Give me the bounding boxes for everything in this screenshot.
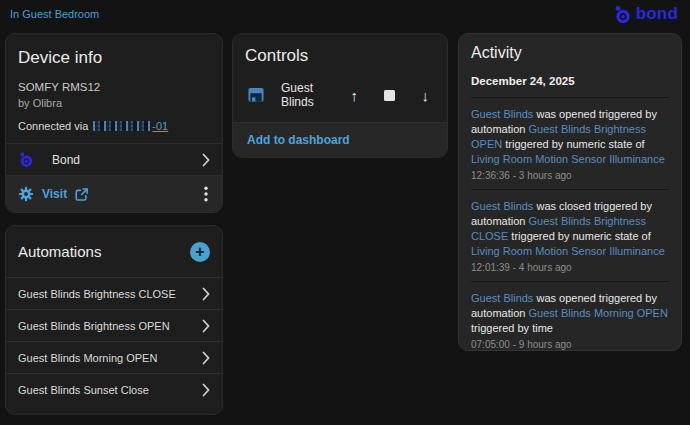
activity-entity-link[interactable]: Guest Blinds xyxy=(471,292,533,304)
bond-row-label: Bond xyxy=(52,153,80,167)
automation-label: Guest Blinds Brightness CLOSE xyxy=(18,288,176,300)
brand-name: bond xyxy=(636,4,678,24)
automations-title: Automations xyxy=(18,243,101,260)
activity-entity-link[interactable]: Living Room Motion Sensor Illuminance xyxy=(471,153,665,165)
controls-card: Controls Guest Blinds ↑ ↓ Add to dashboa… xyxy=(232,33,448,158)
control-device-label: Guest Blinds xyxy=(281,81,343,109)
activity-timestamp: 12:36:36 - 3 hours ago xyxy=(471,170,669,181)
activity-entity-link[interactable]: Guest Blinds Morning OPEN xyxy=(528,307,667,319)
connected-via-link[interactable]: -01 xyxy=(152,120,168,132)
chevron-right-icon xyxy=(202,287,210,301)
automation-label: Guest Blinds Morning OPEN xyxy=(18,352,157,364)
gear-icon[interactable] xyxy=(18,186,34,202)
automations-card: Automations + Guest Blinds Brightness CL… xyxy=(5,225,223,415)
arrow-up-icon: ↑ xyxy=(351,87,359,104)
visit-row: Visit xyxy=(6,175,222,212)
automations-header: Automations + xyxy=(6,226,222,277)
device-info-card: Device info SOMFY RMS12 by Olibra Connec… xyxy=(5,33,223,213)
automation-label: Guest Blinds Brightness OPEN xyxy=(18,320,170,332)
activity-entry-text: Guest Blinds was opened triggered by aut… xyxy=(471,291,669,336)
activity-card: Activity December 24, 2025 Guest Blinds … xyxy=(458,33,682,351)
automation-row[interactable]: Guest Blinds Brightness CLOSE xyxy=(6,277,222,309)
add-to-dashboard-row[interactable]: Add to dashboard xyxy=(233,122,447,157)
activity-timestamp: 12:01:39 - 4 hours ago xyxy=(471,262,669,273)
activity-entry-phrase: triggered by time xyxy=(471,322,553,334)
chevron-right-icon xyxy=(202,383,210,397)
connected-via-label: Connected via xyxy=(18,120,88,132)
activity-entry: Guest Blinds was closed triggered by aut… xyxy=(471,189,669,281)
device-manufacturer: by Olibra xyxy=(18,97,210,109)
activity-entry-text: Guest Blinds was closed triggered by aut… xyxy=(471,199,669,259)
automation-row[interactable]: Guest Blinds Morning OPEN xyxy=(6,341,222,373)
blinds-icon xyxy=(247,86,265,104)
arrow-down-icon: ↓ xyxy=(422,87,430,104)
visit-link[interactable]: Visit xyxy=(42,187,67,201)
top-bar: In Guest Bedroom bond xyxy=(0,0,690,28)
automation-row[interactable]: Guest Blinds Sunset Close xyxy=(6,373,222,405)
open-blinds-button[interactable]: ↑ xyxy=(343,81,367,109)
device-info-top: Device info SOMFY RMS12 by Olibra Connec… xyxy=(6,34,222,143)
activity-date: December 24, 2025 xyxy=(471,75,669,87)
kebab-menu-icon[interactable] xyxy=(202,184,210,204)
control-row: Guest Blinds ↑ ↓ xyxy=(233,78,447,112)
controls-title: Controls xyxy=(245,46,435,66)
bond-bridge-row[interactable]: Bond xyxy=(6,143,222,175)
add-to-dashboard-link: Add to dashboard xyxy=(247,133,350,147)
connected-via-row: Connected via -01 xyxy=(18,120,210,132)
activity-title: Activity xyxy=(471,34,669,62)
activity-entry: Guest Blinds was opened triggered by aut… xyxy=(471,97,669,189)
activity-entity-link[interactable]: Guest Blinds xyxy=(471,108,533,120)
activity-entry: Guest Blinds was opened triggered by aut… xyxy=(471,281,669,358)
external-link-icon[interactable] xyxy=(74,187,89,202)
device-info-title: Device info xyxy=(18,48,210,68)
plus-icon: + xyxy=(195,244,204,260)
connected-via-redacted-value xyxy=(93,121,151,131)
device-name: SOMFY RMS12 xyxy=(18,81,210,93)
bond-logo-icon xyxy=(613,5,632,24)
activity-entity-link[interactable]: Guest Blinds xyxy=(471,200,533,212)
brand-logo[interactable]: bond xyxy=(613,4,682,24)
breadcrumb[interactable]: In Guest Bedroom xyxy=(10,8,99,20)
stop-blinds-button[interactable] xyxy=(378,81,402,109)
activity-entries: Guest Blinds was opened triggered by aut… xyxy=(471,97,669,358)
activity-entry-phrase: triggered by numeric state of xyxy=(508,230,650,242)
stop-icon xyxy=(384,90,395,101)
add-automation-button[interactable]: + xyxy=(190,242,210,262)
activity-timestamp: 07:05:00 - 9 hours ago xyxy=(471,339,669,350)
chevron-right-icon xyxy=(202,319,210,333)
activity-entry-text: Guest Blinds was opened triggered by aut… xyxy=(471,107,669,167)
automation-row[interactable]: Guest Blinds Brightness OPEN xyxy=(6,309,222,341)
close-blinds-button[interactable]: ↓ xyxy=(414,81,438,109)
chevron-right-icon xyxy=(202,351,210,365)
activity-entity-link[interactable]: Living Room Motion Sensor Illuminance xyxy=(471,245,665,257)
automation-label: Guest Blinds Sunset Close xyxy=(18,384,149,396)
bond-logo-icon xyxy=(18,151,34,168)
chevron-right-icon xyxy=(202,153,210,167)
activity-entry-phrase: triggered by numeric state of xyxy=(502,138,644,150)
